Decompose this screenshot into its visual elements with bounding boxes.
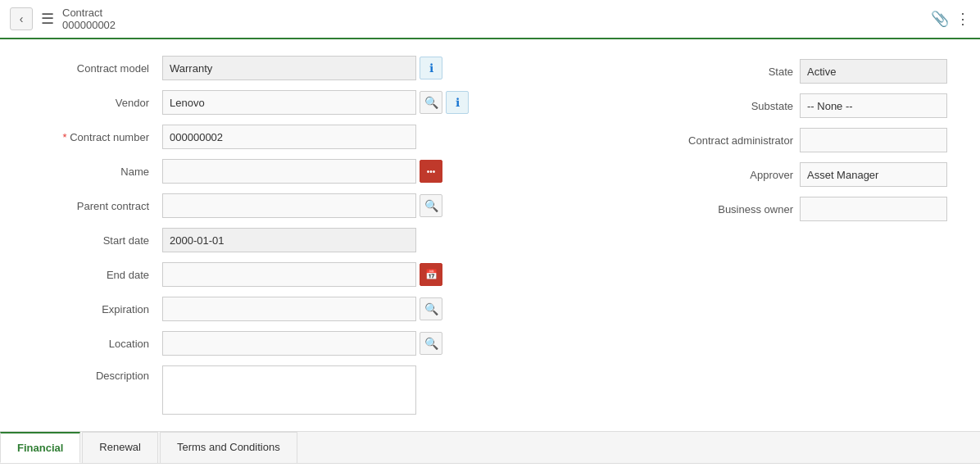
business-owner-input[interactable] [800, 197, 947, 221]
end-date-label: End date [33, 269, 156, 281]
location-control: 🔍 [162, 331, 442, 356]
business-owner-label: Business owner [662, 203, 793, 216]
expiration-label: Expiration [33, 303, 156, 315]
attach-icon[interactable]: 📎 [931, 10, 949, 28]
vendor-label: Vendor [33, 97, 156, 109]
contract-model-control: ℹ [162, 56, 442, 80]
vendor-search-btn[interactable]: 🔍 [420, 91, 442, 114]
form-left: Contract model ℹ Vendor 🔍 ℹ [33, 56, 603, 415]
tab-financial[interactable]: Financial [0, 432, 80, 463]
search-icon-5: 🔍 [424, 337, 438, 350]
location-search-btn[interactable]: 🔍 [420, 332, 442, 355]
parent-contract-row: Parent contract 🔍 [33, 193, 603, 218]
description-label: Description [33, 365, 156, 382]
parent-contract-input[interactable] [162, 193, 416, 218]
tab-terms-and-conditions[interactable]: Terms and Conditions [160, 432, 297, 463]
state-label: State [662, 66, 793, 78]
business-owner-row: Business owner [636, 197, 947, 221]
expiration-row: Expiration 🔍 [33, 297, 603, 321]
vendor-info-btn[interactable]: ℹ [446, 91, 469, 114]
start-date-control [162, 228, 416, 252]
name-control: ••• [162, 159, 442, 184]
header-left: ‹ ☰ Contract 000000002 [10, 7, 116, 31]
location-row: Location 🔍 [33, 331, 603, 356]
name-dots-btn[interactable]: ••• [420, 160, 442, 183]
hamburger-icon[interactable]: ☰ [41, 10, 54, 28]
description-control [162, 365, 416, 415]
start-date-input[interactable] [162, 228, 416, 252]
location-label: Location [33, 338, 156, 350]
contract-number-control [162, 125, 416, 149]
end-date-control: 📅 [162, 262, 442, 287]
header-title-main: Contract [62, 7, 116, 19]
tabs-area: Financial Renewal Terms and Conditions [0, 431, 980, 472]
contract-model-input[interactable] [162, 56, 416, 80]
state-input[interactable] [800, 59, 947, 84]
contract-model-info-btn[interactable]: ℹ [420, 57, 442, 79]
approver-input[interactable] [800, 162, 947, 187]
substate-label: Substate [662, 100, 793, 112]
tabs: Financial Renewal Terms and Conditions [0, 432, 980, 463]
expiration-control: 🔍 [162, 297, 442, 321]
name-row: Name ••• [33, 159, 603, 184]
info-icon: ℹ [429, 61, 433, 75]
back-button[interactable]: ‹ [10, 7, 33, 30]
info-icon-2: ℹ [456, 96, 460, 109]
approver-row: Approver [636, 162, 947, 187]
start-date-label: Start date [33, 234, 156, 247]
calendar-icon: 📅 [425, 269, 438, 280]
main-content: Contract model ℹ Vendor 🔍 ℹ [0, 39, 980, 472]
location-input[interactable] [162, 331, 416, 356]
expiration-input[interactable] [162, 297, 416, 321]
contract-number-row: Contract number [33, 125, 603, 149]
more-menu-icon[interactable]: ⋮ [955, 10, 970, 28]
app-header: ‹ ☰ Contract 000000002 📎 ⋮ [0, 0, 980, 39]
description-row: Description [33, 365, 603, 415]
contract-model-row: Contract model ℹ [33, 56, 603, 80]
substate-row: Substate [636, 93, 947, 118]
end-date-row: End date 📅 [33, 262, 603, 287]
parent-contract-control: 🔍 [162, 193, 442, 218]
name-label: Name [33, 166, 156, 178]
tab-renewal[interactable]: Renewal [82, 432, 158, 463]
search-icon: 🔍 [424, 96, 438, 109]
search-icon-3: 🔍 [424, 199, 438, 212]
parent-contract-search-btn[interactable]: 🔍 [420, 194, 442, 217]
form-right: State Substate Contract administrator Ap… [636, 56, 947, 415]
dots-icon: ••• [427, 167, 436, 176]
contract-admin-label: Contract administrator [662, 134, 793, 147]
contract-number-input[interactable] [162, 125, 416, 149]
tab-content [0, 463, 980, 472]
approver-label: Approver [662, 169, 793, 181]
state-row: State [636, 59, 947, 84]
contract-number-label: Contract number [33, 131, 156, 143]
vendor-input[interactable] [162, 90, 416, 115]
contract-model-label: Contract model [33, 62, 156, 75]
search-icon-4: 🔍 [424, 302, 438, 315]
form-area: Contract model ℹ Vendor 🔍 ℹ [0, 39, 980, 431]
back-icon: ‹ [20, 12, 24, 25]
header-title: Contract 000000002 [62, 7, 116, 31]
end-date-input[interactable] [162, 262, 416, 287]
start-date-row: Start date [33, 228, 603, 252]
parent-contract-label: Parent contract [33, 200, 156, 212]
name-input[interactable] [162, 159, 416, 184]
header-right: 📎 ⋮ [931, 10, 970, 28]
substate-input[interactable] [800, 93, 947, 118]
contract-admin-row: Contract administrator [636, 128, 947, 152]
contract-admin-input[interactable] [800, 128, 947, 152]
expiration-search-btn[interactable]: 🔍 [420, 297, 442, 320]
header-title-sub: 000000002 [62, 19, 116, 31]
vendor-row: Vendor 🔍 ℹ [33, 90, 603, 115]
description-textarea[interactable] [162, 365, 416, 415]
vendor-control: 🔍 ℹ [162, 90, 469, 115]
end-date-calendar-btn[interactable]: 📅 [420, 263, 442, 286]
